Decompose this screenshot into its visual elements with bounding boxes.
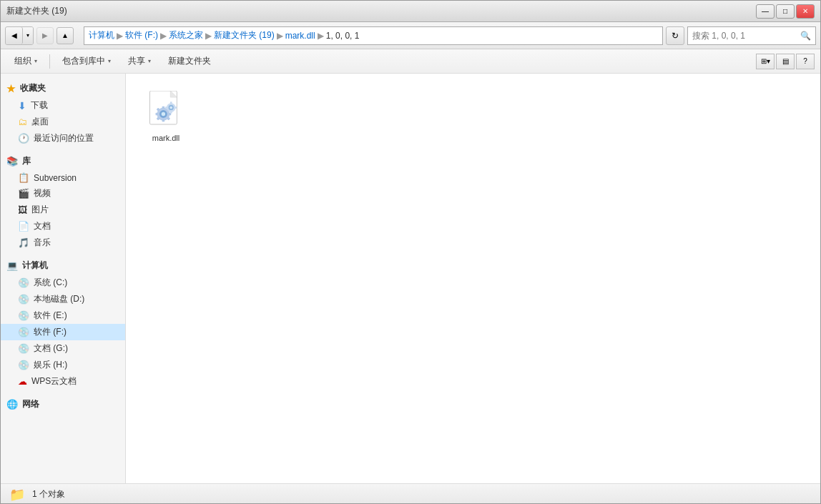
drive-g-icon: 💿 — [18, 343, 29, 354]
music-icon: 🎵 — [18, 237, 29, 248]
bc-drive[interactable]: 软件 (F:) — [125, 29, 158, 41]
sidebar-item-recent[interactable]: 🕐 最近访问的位置 — [1, 130, 125, 147]
sidebar-item-subversion[interactable]: 📋 Subversion — [1, 170, 125, 185]
details-pane-button[interactable]: ▤ — [776, 54, 795, 69]
library-section-header: 📚 库 — [1, 152, 125, 170]
bc-version: 1, 0, 0, 1 — [326, 31, 360, 41]
download-icon: ⬇ — [18, 100, 26, 112]
sidebar-item-documents[interactable]: 📄 文档 — [1, 218, 125, 234]
cmd-divider-1 — [49, 54, 50, 69]
svg-rect-7 — [162, 119, 165, 122]
svg-rect-19 — [165, 107, 167, 109]
maximize-button[interactable]: □ — [776, 4, 795, 19]
svg-point-5 — [162, 112, 165, 116]
sidebar: ★ 收藏夹 ⬇ 下载 🗂 桌面 🕐 最近访问的位置 📚 库 📋 Subversi… — [1, 74, 126, 483]
wps-icon: ☁ — [18, 376, 27, 387]
view-controls: ⊞▾ ▤ ? — [756, 54, 815, 69]
svg-rect-20 — [175, 107, 177, 109]
address-bar: ◀ ▾ ▶ ▲ 计算机 ▶ 软件 (F:) ▶ 系统之家 ▶ 新建文件夹 (19… — [1, 22, 820, 49]
sidebar-item-desktop[interactable]: 🗂 桌面 — [1, 114, 125, 130]
include-library-button[interactable]: 包含到库中 ▾ — [54, 52, 119, 71]
back-button[interactable]: ◀ — [6, 27, 23, 44]
refresh-button[interactable]: ↻ — [666, 26, 684, 45]
forward-button[interactable]: ▶ — [36, 27, 54, 44]
sidebar-item-pictures[interactable]: 🖼 图片 — [1, 202, 125, 218]
svg-point-16 — [169, 107, 172, 109]
sidebar-item-drive-f[interactable]: 💿 软件 (F:) — [1, 324, 125, 340]
main-layout: ★ 收藏夹 ⬇ 下载 🗂 桌面 🕐 最近访问的位置 📚 库 📋 Subversi… — [1, 74, 820, 483]
view-mode-button[interactable]: ⊞▾ — [756, 54, 775, 69]
sidebar-item-drive-d[interactable]: 💿 本地磁盘 (D:) — [1, 291, 125, 307]
sidebar-item-download[interactable]: ⬇ 下载 — [1, 97, 125, 114]
dll-file-icon — [146, 91, 186, 131]
breadcrumb-bar[interactable]: 计算机 ▶ 软件 (F:) ▶ 系统之家 ▶ 新建文件夹 (19) ▶ mark… — [84, 26, 663, 45]
bc-computer[interactable]: 计算机 — [89, 29, 114, 41]
file-label: mark.dll — [152, 134, 180, 142]
minimize-button[interactable]: — — [756, 4, 775, 19]
command-bar: 组织 ▾ 包含到库中 ▾ 共享 ▾ 新建文件夹 ⊞▾ ▤ ? — [1, 49, 820, 74]
svg-rect-8 — [156, 113, 159, 116]
desktop-icon: 🗂 — [18, 117, 27, 127]
video-icon: 🎬 — [18, 188, 29, 199]
window-title: 新建文件夹 (19) — [6, 5, 756, 17]
window-controls: — □ ✕ — [756, 4, 815, 19]
svg-rect-17 — [170, 102, 172, 104]
sidebar-item-video[interactable]: 🎬 视频 — [1, 185, 125, 202]
search-icon[interactable]: 🔍 — [800, 31, 811, 41]
new-folder-button[interactable]: 新建文件夹 — [160, 52, 219, 71]
help-button[interactable]: ? — [796, 54, 815, 69]
favorites-section-header: ★ 收藏夹 — [1, 79, 125, 97]
file-item-markdll[interactable]: mark.dll — [137, 85, 195, 148]
sidebar-item-drive-h[interactable]: 💿 娱乐 (H:) — [1, 357, 125, 373]
sidebar-item-music[interactable]: 🎵 音乐 — [1, 234, 125, 251]
subversion-icon: 📋 — [18, 172, 29, 183]
sidebar-item-drive-c[interactable]: 💿 系统 (C:) — [1, 275, 125, 291]
nav-button-group: ◀ ▾ — [5, 26, 34, 45]
organize-button[interactable]: 组织 ▾ — [6, 52, 45, 71]
sidebar-item-drive-g[interactable]: 💿 文档 (G:) — [1, 340, 125, 357]
library-section-icon: 📚 — [6, 156, 18, 167]
drive-d-icon: 💿 — [18, 294, 29, 305]
share-button[interactable]: 共享 ▾ — [120, 52, 159, 71]
pictures-icon: 🖼 — [18, 204, 27, 215]
status-folder-icon: 📁 — [9, 487, 25, 503]
bc-folder[interactable]: 新建文件夹 (19) — [214, 29, 275, 41]
up-button[interactable]: ▲ — [56, 27, 74, 44]
status-bar: 📁 1 个对象 — [1, 483, 820, 504]
sidebar-item-drive-e[interactable]: 💿 软件 (E:) — [1, 307, 125, 324]
drive-f-icon: 💿 — [18, 327, 29, 337]
title-bar: 新建文件夹 (19) — □ ✕ — [1, 1, 820, 22]
drive-h-icon: 💿 — [18, 360, 29, 370]
content-area: mark.dll — [126, 74, 820, 483]
computer-icon: 💻 — [6, 260, 18, 271]
back-arrow-dropdown[interactable]: ▾ — [23, 27, 33, 44]
bc-dll[interactable]: mark.dll — [285, 31, 315, 41]
star-icon: ★ — [6, 83, 16, 94]
bc-syshouse[interactable]: 系统之家 — [169, 29, 203, 41]
close-button[interactable]: ✕ — [796, 4, 815, 19]
drive-e-icon: 💿 — [18, 310, 29, 321]
network-section-header[interactable]: 🌐 网络 — [1, 395, 125, 413]
status-count: 1 个对象 — [32, 488, 65, 500]
network-icon: 🌐 — [6, 399, 18, 410]
search-bar[interactable]: 🔍 — [687, 26, 816, 45]
search-input[interactable] — [692, 31, 800, 41]
sidebar-item-wps[interactable]: ☁ WPS云文档 — [1, 373, 125, 390]
recent-icon: 🕐 — [18, 133, 29, 144]
computer-section-header: 💻 计算机 — [1, 257, 125, 275]
svg-rect-18 — [170, 112, 172, 114]
documents-icon: 📄 — [18, 221, 29, 232]
drive-c-icon: 💿 — [18, 277, 29, 288]
svg-rect-6 — [162, 107, 165, 109]
